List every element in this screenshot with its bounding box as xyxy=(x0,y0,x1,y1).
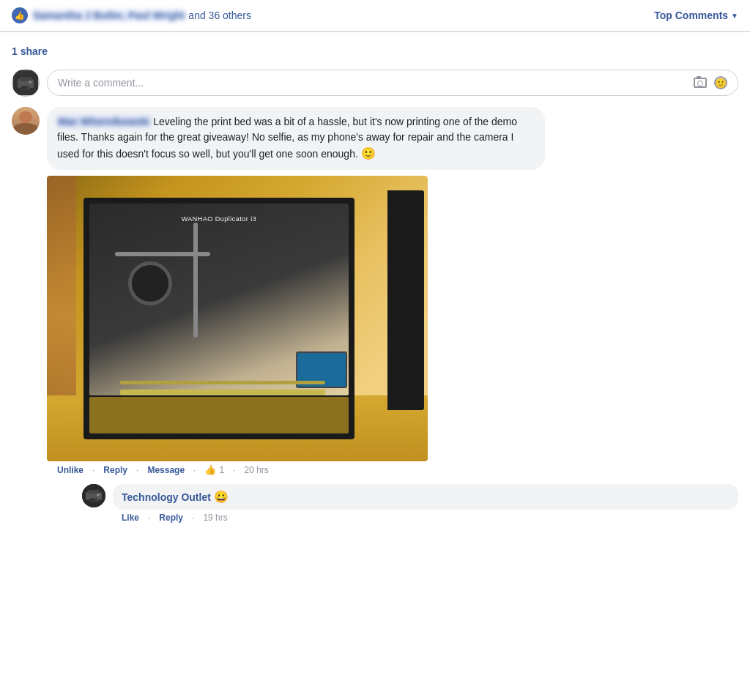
printer-photo: WANHAO Duplicator i3 xyxy=(47,176,428,461)
svg-point-3 xyxy=(29,81,31,83)
printer-right-panel xyxy=(387,190,424,410)
chevron-down-icon: ▼ xyxy=(731,12,738,20)
commenter-name-text: Mac Whernikowski xyxy=(57,116,150,127)
reply-emoji: 😀 xyxy=(214,491,229,503)
shares-count: 1 share xyxy=(12,45,48,57)
commenter-avatar xyxy=(12,107,40,135)
comment-emoji: 🙂 xyxy=(361,147,376,160)
commenter-name: Mac Whernikowski xyxy=(57,116,153,127)
comment-placeholder: Write a comment... xyxy=(58,77,144,89)
reply-button[interactable]: Reply xyxy=(103,465,127,475)
likes-names: Samantha J Butler, Paul Wright and 36 ot… xyxy=(32,10,251,21)
divider xyxy=(0,31,750,32)
reply-reply-button[interactable]: Reply xyxy=(159,513,183,523)
comment-input-icons: 🙂 xyxy=(694,76,727,89)
reply-body: Technology Outlet 😀 Like · Reply · 19 hr… xyxy=(113,484,738,526)
likes-bar: 👍 Samantha J Butler, Paul Wright and 36 … xyxy=(0,0,750,31)
printer-label-text: WANHAO Duplicator i3 xyxy=(182,215,257,223)
printer-body: WANHAO Duplicator i3 xyxy=(83,198,354,439)
dot-2: · xyxy=(136,465,138,475)
comment-body: Mac Whernikowski Leveling the print bed … xyxy=(47,107,738,526)
printer-rod-2 xyxy=(120,390,325,395)
camera-icon[interactable] xyxy=(694,78,707,88)
shares-row: 1 share xyxy=(0,38,750,63)
top-comments-dropdown[interactable]: Top Comments ▼ xyxy=(654,10,738,21)
reply-time: 19 hrs xyxy=(203,513,227,523)
facebook-post-card: 👍 Samantha J Butler, Paul Wright and 36 … xyxy=(0,0,750,700)
comment-time: 20 hrs xyxy=(244,465,268,475)
comment-input-row: Write a comment... 🙂 xyxy=(0,63,750,107)
comment-bubble: Mac Whernikowski Leveling the print bed … xyxy=(47,107,545,170)
reply-dot-2: · xyxy=(192,513,194,523)
dot-1: · xyxy=(92,465,94,475)
comment-likes: 👍 1 xyxy=(204,464,224,475)
thumb-icon: 👍 xyxy=(204,464,216,475)
message-button[interactable]: Message xyxy=(147,465,185,475)
comment-image: WANHAO Duplicator i3 xyxy=(47,176,428,461)
printer-rod-1 xyxy=(120,381,325,384)
comment-actions: Unlike · Reply · Message · 👍 1 · 20 hrs xyxy=(47,461,738,478)
top-comments-label: Top Comments xyxy=(654,10,728,21)
comment-item: Mac Whernikowski Leveling the print bed … xyxy=(12,107,738,526)
reply-section: Technology Outlet 😀 Like · Reply · 19 hr… xyxy=(82,484,738,526)
reply-avatar-img xyxy=(82,484,105,507)
reply-bubble: Technology Outlet 😀 xyxy=(113,484,738,510)
current-user-avatar-img xyxy=(13,70,38,95)
reply-like-button[interactable]: Like xyxy=(122,513,139,523)
like-icon: 👍 xyxy=(12,7,28,23)
comment-input-box[interactable]: Write a comment... 🙂 xyxy=(47,70,738,96)
commenter-avatar-face xyxy=(12,107,40,135)
dot-4: · xyxy=(233,465,235,475)
reply-author-text: Technology Outlet xyxy=(122,491,211,503)
reply-avatar xyxy=(82,484,105,507)
current-user-avatar xyxy=(12,69,40,97)
printer-mechanism xyxy=(128,261,172,305)
likes-rest: and 36 others xyxy=(188,10,251,21)
reply-actions: Like · Reply · 19 hrs xyxy=(113,510,738,526)
printer-rail-v xyxy=(193,223,198,338)
svg-rect-6 xyxy=(88,490,100,494)
reply-author-name: Technology Outlet xyxy=(122,491,214,503)
dot-3: · xyxy=(193,465,196,475)
unlike-button[interactable]: Unlike xyxy=(57,465,83,475)
emoji-icon[interactable]: 🙂 xyxy=(714,76,727,89)
printer-base-plate xyxy=(89,397,349,433)
reply-dot-1: · xyxy=(148,513,150,523)
likes-highlighted-names: Samantha J Butler, Paul Wright xyxy=(32,10,185,21)
svg-rect-4 xyxy=(21,86,27,89)
svg-point-8 xyxy=(97,494,100,496)
comment-section: Mac Whernikowski Leveling the print bed … xyxy=(0,107,750,545)
likes-count: 1 xyxy=(219,465,224,475)
likes-left: 👍 Samantha J Butler, Paul Wright and 36 … xyxy=(12,7,251,23)
svg-rect-9 xyxy=(89,499,94,501)
